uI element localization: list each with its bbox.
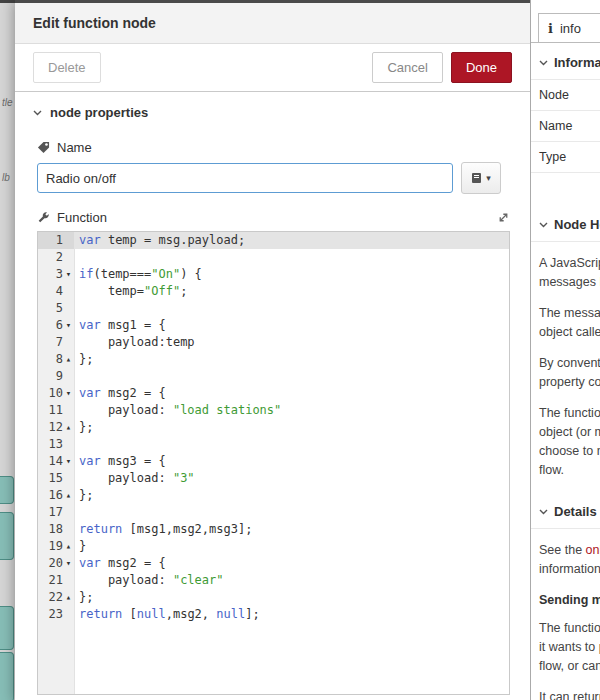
code-text[interactable] xyxy=(74,504,509,521)
code-text[interactable]: payload:temp xyxy=(74,334,509,351)
info-row-name: Name xyxy=(531,111,600,142)
code-text[interactable]: }; xyxy=(74,487,509,504)
help-paragraph: A JavaScript function to run against the… xyxy=(539,254,593,292)
line-number: 22▴ xyxy=(38,589,74,606)
line-number: 10▾ xyxy=(38,385,74,402)
fold-toggle-icon[interactable]: ▴ xyxy=(63,589,74,606)
code-line: 21 payload: "clear" xyxy=(38,572,509,589)
name-label-row: Name xyxy=(37,140,510,155)
fold-toggle-icon[interactable]: ▾ xyxy=(63,317,74,334)
line-number: 20▾ xyxy=(38,555,74,572)
fold-toggle-icon[interactable]: ▾ xyxy=(63,555,74,572)
code-text[interactable]: }; xyxy=(74,351,509,368)
code-text[interactable]: payload: "3" xyxy=(74,470,509,487)
line-number: 11 xyxy=(38,402,74,419)
code-line: 4 temp="Off"; xyxy=(38,283,509,300)
function-label: Function xyxy=(57,210,107,225)
delete-button[interactable]: Delete xyxy=(33,52,101,83)
dialog-title: Edit function node xyxy=(15,3,530,44)
code-line: 17 xyxy=(38,504,509,521)
code-text[interactable]: if(temp==="On") { xyxy=(74,266,509,283)
code-text[interactable]: var msg1 = { xyxy=(74,317,509,334)
chevron-down-icon xyxy=(539,509,548,515)
code-line: 9 xyxy=(38,368,509,385)
fold-toggle-icon[interactable]: ▴ xyxy=(63,487,74,504)
code-line: 10▾var msg2 = { xyxy=(38,385,509,402)
line-number: 17 xyxy=(38,504,74,521)
code-line: 15 payload: "3" xyxy=(38,470,509,487)
code-text[interactable]: var temp = msg.payload; xyxy=(74,232,509,249)
info-row-node: Node xyxy=(531,80,600,111)
info-row-type: Type xyxy=(531,142,600,173)
fold-toggle-icon[interactable]: ▾ xyxy=(63,266,74,283)
line-number: 12▴ xyxy=(38,419,74,436)
code-text[interactable]: } xyxy=(74,538,509,555)
help-paragraph: The function can either return the messa… xyxy=(539,619,593,676)
fold-toggle-icon[interactable]: ▴ xyxy=(63,419,74,436)
line-number: 21 xyxy=(38,572,74,589)
line-number: 2 xyxy=(38,249,74,266)
code-text[interactable]: }; xyxy=(74,419,509,436)
code-line: 20▾var msg2 = { xyxy=(38,555,509,572)
node-properties-section-toggle[interactable]: node properties xyxy=(15,92,530,124)
code-text[interactable] xyxy=(74,300,509,317)
wrench-icon xyxy=(37,211,50,224)
code-text[interactable]: var msg3 = { xyxy=(74,453,509,470)
line-number: 18 xyxy=(38,521,74,538)
name-input[interactable] xyxy=(37,163,453,193)
library-button[interactable]: ▾ xyxy=(461,162,501,194)
fold-toggle-icon[interactable]: ▴ xyxy=(63,351,74,368)
done-button[interactable]: Done xyxy=(451,52,512,83)
workspace-dim-overlay xyxy=(0,0,15,700)
fold-toggle-icon[interactable]: ▴ xyxy=(63,538,74,555)
tag-icon xyxy=(37,141,50,154)
tab-info[interactable]: i info xyxy=(538,13,600,42)
code-line: 12▴}; xyxy=(38,419,509,436)
code-text[interactable]: return [null,msg2, null]; xyxy=(74,606,509,623)
fold-toggle-icon[interactable]: ▾ xyxy=(63,453,74,470)
code-line: 14▾var msg3 = { xyxy=(38,453,509,470)
code-line: 7 payload:temp xyxy=(38,334,509,351)
sidebar-section-node-help[interactable]: Node Help xyxy=(531,205,600,242)
code-text[interactable]: var msg2 = { xyxy=(74,555,509,572)
line-number: 1 xyxy=(38,232,74,249)
code-text[interactable]: temp="Off"; xyxy=(74,283,509,300)
code-text[interactable]: payload: "clear" xyxy=(74,572,509,589)
code-text[interactable] xyxy=(74,436,509,453)
code-text[interactable]: }; xyxy=(74,589,509,606)
line-number: 19▴ xyxy=(38,538,74,555)
help-paragraph: It can return/call with: xyxy=(539,688,593,700)
code-text[interactable]: var msg2 = { xyxy=(74,385,509,402)
line-number: 7 xyxy=(38,334,74,351)
line-number: 16▴ xyxy=(38,487,74,504)
code-line: 3▾if(temp==="On") { xyxy=(38,266,509,283)
code-line: 23return [null,msg2, null]; xyxy=(38,606,509,623)
dialog-toolbar: Delete Cancel Done xyxy=(15,44,530,92)
code-line: 8▴}; xyxy=(38,351,509,368)
line-number: 14▾ xyxy=(38,453,74,470)
screen: tlelb Edit function node Delete Cancel D… xyxy=(0,0,600,700)
expand-editor-icon[interactable] xyxy=(497,211,510,224)
doc-link[interactable]: online documentation xyxy=(586,543,600,557)
cancel-button[interactable]: Cancel xyxy=(372,52,442,83)
line-number: 8▴ xyxy=(38,351,74,368)
chevron-down-icon xyxy=(33,110,42,116)
code-editor[interactable]: 1var temp = msg.payload;23▾if(temp==="On… xyxy=(37,231,510,695)
line-number: 5 xyxy=(38,300,74,317)
workspace-strip: tlelb xyxy=(0,0,15,700)
code-line: 18return [msg1,msg2,msg3]; xyxy=(38,521,509,538)
sidebar-section-details[interactable]: Details xyxy=(531,492,600,529)
caret-down-icon: ▾ xyxy=(486,173,491,183)
code-text[interactable] xyxy=(74,368,509,385)
code-text[interactable]: return [msg1,msg2,msg3]; xyxy=(74,521,509,538)
line-number: 9 xyxy=(38,368,74,385)
line-number: 13 xyxy=(38,436,74,453)
code-line: 1var temp = msg.payload; xyxy=(38,232,509,249)
sidebar-section-information[interactable]: Information xyxy=(531,43,600,80)
code-text[interactable] xyxy=(74,249,509,266)
name-input-row: ▾ xyxy=(37,162,510,194)
code-text[interactable]: payload: "load stations" xyxy=(74,402,509,419)
help-paragraph: The messages are passed in as a JavaScri… xyxy=(539,304,593,342)
fold-toggle-icon[interactable]: ▾ xyxy=(63,385,74,402)
code-line: 2 xyxy=(38,249,509,266)
